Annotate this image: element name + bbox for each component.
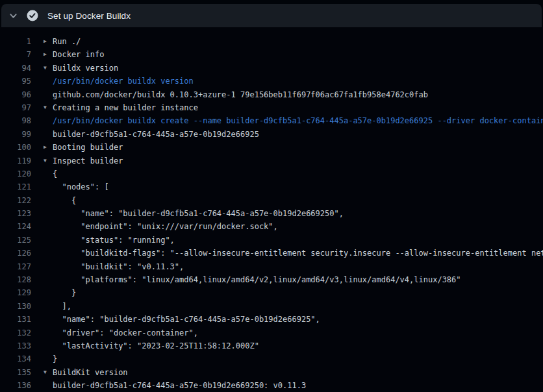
- group-toggle-icon[interactable]: ▶: [44, 35, 53, 48]
- log-line-text: "name": "builder-d9cfb5a1-c764-445a-a57e…: [53, 313, 320, 326]
- log-row[interactable]: 100 ▶ Booting builder: [0, 141, 543, 154]
- log-line-text: builder-d9cfb5a1-c764-445a-a57e-0b19d2e6…: [53, 128, 259, 141]
- log-line-text: "driver": "docker-container",: [53, 326, 198, 339]
- log-line-text: /usr/bin/docker buildx version: [53, 75, 194, 88]
- log-lines: 1 ▶ Run ./ 7 ▶ Docker info 94 ▼ Buildx v…: [0, 35, 543, 392]
- group-toggle-icon[interactable]: ▼: [44, 62, 53, 75]
- log-line-text: {: [53, 194, 76, 207]
- log-row[interactable]: 94 ▼ Buildx version: [0, 62, 543, 75]
- group-toggle-icon[interactable]: ▶: [44, 141, 53, 154]
- group-toggle-icon: [44, 379, 53, 392]
- log-line-text: Inspect builder: [53, 154, 123, 167]
- step-title: Set up Docker Buildx: [47, 11, 131, 21]
- check-circle-icon: [27, 10, 38, 21]
- group-toggle-icon: [44, 114, 53, 127]
- log-row[interactable]: 97 ▼ Creating a new builder instance: [0, 101, 543, 114]
- group-toggle-icon: [44, 300, 53, 313]
- line-number-link[interactable]: 129: [0, 286, 31, 299]
- line-number-link[interactable]: 126: [0, 247, 31, 260]
- line-number-link[interactable]: 95: [0, 75, 31, 88]
- line-number-link[interactable]: 122: [0, 194, 31, 207]
- line-number-link[interactable]: 135: [0, 366, 31, 379]
- log-row: 131 "name": "builder-d9cfb5a1-c764-445a-…: [0, 313, 543, 326]
- group-toggle-icon: [44, 75, 53, 88]
- log-row: 96 github.com/docker/buildx 0.10.3+azure…: [0, 88, 543, 101]
- log-line-text: }: [53, 352, 57, 365]
- line-number-link[interactable]: 125: [0, 234, 31, 247]
- log-line-text: {: [53, 167, 57, 180]
- group-toggle-icon[interactable]: ▼: [44, 101, 53, 114]
- group-toggle-icon: [44, 128, 53, 141]
- group-toggle-icon: [44, 339, 53, 352]
- line-number-link[interactable]: 96: [0, 88, 31, 101]
- log-row: 128 "platforms": "linux/amd64,linux/amd6…: [0, 273, 543, 286]
- log-row: 98 /usr/bin/docker buildx create --name …: [0, 114, 543, 127]
- log-row: 95 /usr/bin/docker buildx version: [0, 75, 543, 88]
- group-toggle-icon: [44, 286, 53, 299]
- log-line-text: ],: [53, 300, 71, 313]
- line-number-link[interactable]: 130: [0, 300, 31, 313]
- line-number-link[interactable]: 99: [0, 128, 31, 141]
- line-number-link[interactable]: 119: [0, 154, 31, 167]
- line-number-link[interactable]: 131: [0, 313, 31, 326]
- log-row: 120 {: [0, 167, 543, 180]
- line-number-link[interactable]: 132: [0, 326, 31, 339]
- group-toggle-icon[interactable]: ▶: [44, 48, 53, 61]
- log-line-text: /usr/bin/docker buildx create --name bui…: [53, 114, 543, 127]
- group-toggle-icon: [44, 180, 53, 193]
- log-row[interactable]: 7 ▶ Docker info: [0, 48, 543, 61]
- log-line-text: Buildx version: [53, 62, 118, 75]
- line-number-link[interactable]: 134: [0, 352, 31, 365]
- log-line-text: builder-d9cfb5a1-c764-445a-a57e-0b19d2e6…: [53, 379, 306, 392]
- line-number-link[interactable]: 7: [0, 48, 31, 61]
- log-row: 132 "driver": "docker-container",: [0, 326, 543, 339]
- line-number-link[interactable]: 127: [0, 260, 31, 273]
- log-area[interactable]: 1 ▶ Run ./ 7 ▶ Docker info 94 ▼ Buildx v…: [0, 27, 543, 392]
- group-toggle-icon[interactable]: ▼: [44, 366, 53, 379]
- line-number-link[interactable]: 123: [0, 207, 31, 220]
- line-number-link[interactable]: 98: [0, 114, 31, 127]
- log-row: 126 "buildkitd-flags": "--allow-insecure…: [0, 247, 543, 260]
- group-toggle-icon: [44, 247, 53, 260]
- step-header[interactable]: Set up Docker Buildx: [1, 4, 542, 27]
- log-row: 133 "lastActivity": "2023-02-25T11:58:12…: [0, 339, 543, 352]
- log-row[interactable]: 1 ▶ Run ./: [0, 35, 543, 48]
- log-line-text: "name": "builder-d9cfb5a1-c764-445a-a57e…: [53, 207, 344, 220]
- log-line-text: "status": "running",: [53, 234, 175, 247]
- log-row: 127 "buildkit": "v0.11.3",: [0, 260, 543, 273]
- line-number-link[interactable]: 120: [0, 167, 31, 180]
- group-toggle-icon: [44, 207, 53, 220]
- line-number-link[interactable]: 133: [0, 339, 31, 352]
- log-line-text: "lastActivity": "2023-02-25T11:58:12.000…: [53, 339, 259, 352]
- line-number-link[interactable]: 121: [0, 180, 31, 193]
- group-toggle-icon: [44, 167, 53, 180]
- log-row: 121 "nodes": [: [0, 180, 543, 193]
- group-toggle-icon: [44, 273, 53, 286]
- log-line-text: "nodes": [: [53, 180, 109, 193]
- line-number-link[interactable]: 1: [0, 35, 31, 48]
- log-row: 124 "endpoint": "unix:///var/run/docker.…: [0, 220, 543, 233]
- line-number-link[interactable]: 136: [0, 379, 31, 392]
- log-row: 130 ],: [0, 300, 543, 313]
- group-toggle-icon: [44, 260, 53, 273]
- log-row[interactable]: 135 ▼ BuildKit version: [0, 366, 543, 379]
- log-row[interactable]: 119 ▼ Inspect builder: [0, 154, 543, 167]
- log-line-text: BuildKit version: [53, 366, 128, 379]
- line-number-link[interactable]: 128: [0, 273, 31, 286]
- log-line-text: "buildkit": "v0.11.3",: [53, 260, 184, 273]
- log-row: 134 }: [0, 352, 543, 365]
- log-line-text: github.com/docker/buildx 0.10.3+azure-1 …: [53, 88, 428, 101]
- chevron-down-icon[interactable]: [9, 12, 18, 20]
- log-line-text: "endpoint": "unix:///var/run/docker.sock…: [53, 220, 278, 233]
- log-row: 129 }: [0, 286, 543, 299]
- log-line-text: "platforms": "linux/amd64,linux/amd64/v2…: [53, 273, 461, 286]
- line-number-link[interactable]: 100: [0, 141, 31, 154]
- line-number-link[interactable]: 94: [0, 62, 31, 75]
- line-number-link[interactable]: 124: [0, 220, 31, 233]
- log-line-text: Run ./: [53, 35, 81, 48]
- group-toggle-icon[interactable]: ▼: [44, 154, 53, 167]
- log-row: 125 "status": "running",: [0, 234, 543, 247]
- log-line-text: }: [53, 286, 76, 299]
- log-row: 136 builder-d9cfb5a1-c764-445a-a57e-0b19…: [0, 379, 543, 392]
- line-number-link[interactable]: 97: [0, 101, 31, 114]
